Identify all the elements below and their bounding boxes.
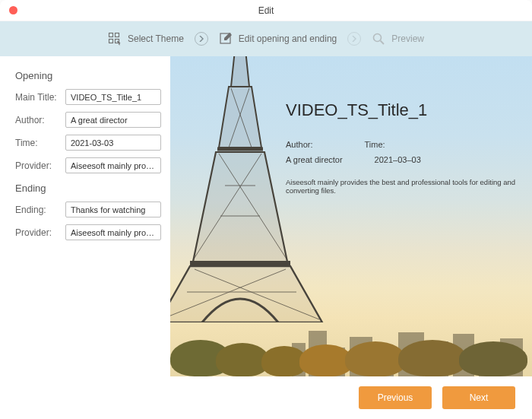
preview-author-value: A great director (286, 155, 343, 164)
tree-line (170, 342, 532, 376)
author-label: Author: (15, 115, 61, 125)
theme-grid-icon (108, 32, 122, 46)
window-controls (9, 6, 17, 14)
main-title-label: Main Title: (15, 92, 61, 103)
preview-time-label: Time: (364, 140, 385, 149)
row-main-title: Main Title: (15, 89, 161, 105)
preview-title: VIDEO_TS_Title_1 (286, 100, 517, 120)
next-button[interactable]: Next (442, 386, 515, 409)
ending-provider-input[interactable] (65, 224, 161, 240)
magnifier-icon (372, 32, 385, 46)
step-select-theme[interactable]: Select Theme (108, 32, 184, 46)
row-provider: Provider: (15, 157, 161, 173)
row-time: Time: (15, 135, 161, 151)
step-preview-label: Preview (391, 33, 424, 44)
row-ending: Ending: (15, 202, 161, 217)
time-label: Time: (15, 138, 61, 148)
wizard-steps: Select Theme Edit opening and ending Pre… (0, 21, 532, 56)
opening-header: Opening (15, 70, 161, 81)
window-title: Edit (0, 5, 532, 16)
form-pane: Opening Main Title: Author: Time: Provid… (0, 56, 170, 376)
ending-label: Ending: (15, 205, 61, 215)
step-select-theme-label: Select Theme (128, 33, 184, 44)
preview-time-value: 2021–03–03 (375, 155, 421, 164)
chevron-right-icon (195, 32, 208, 46)
step-preview[interactable]: Preview (372, 32, 424, 46)
preview-pane: VIDEO_TS_Title_1 Author: Time: A great d… (170, 56, 532, 376)
footer: Previous Next (0, 376, 532, 419)
main-title-input[interactable] (65, 89, 161, 105)
previous-button[interactable]: Previous (359, 386, 432, 409)
close-window-button[interactable] (9, 6, 17, 14)
titlebar: Edit (0, 0, 532, 21)
ending-provider-label: Provider: (15, 227, 61, 238)
time-input[interactable] (65, 135, 161, 151)
row-author: Author: (15, 112, 161, 128)
row-ending-provider: Provider: (15, 224, 161, 240)
edit-pencil-icon (219, 32, 233, 46)
author-input[interactable] (65, 112, 161, 128)
provider-label: Provider: (15, 160, 61, 171)
step-edit-opening-ending[interactable]: Edit opening and ending (219, 32, 337, 46)
step-edit-opening-label: Edit opening and ending (239, 33, 337, 44)
preview-overlay: VIDEO_TS_Title_1 Author: Time: A great d… (286, 100, 517, 195)
preview-author-label: Author: (286, 140, 312, 149)
provider-input[interactable] (65, 157, 161, 173)
svg-rect-0 (109, 33, 113, 37)
edit-window: Edit Select Theme Edit opening and endin… (0, 0, 532, 419)
ending-input[interactable] (65, 202, 161, 217)
svg-point-5 (374, 34, 382, 42)
preview-description: Aiseesoft mainly provides the best and p… (286, 178, 517, 195)
body: Opening Main Title: Author: Time: Provid… (0, 56, 532, 376)
chevron-right-icon (347, 32, 361, 46)
svg-rect-1 (116, 33, 119, 37)
ending-header: Ending (15, 183, 161, 194)
svg-rect-2 (109, 40, 113, 43)
